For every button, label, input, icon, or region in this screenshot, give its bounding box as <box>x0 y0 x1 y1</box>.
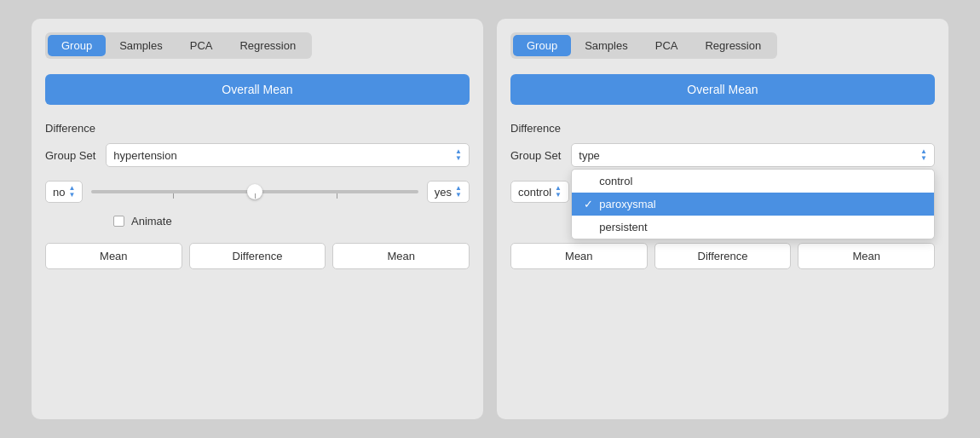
right-panel: Group Samples PCA Regression Overall Mea… <box>497 19 948 419</box>
checkmark-paroxysmal: ✓ <box>582 198 594 210</box>
dropdown-item-persistent-label: persistent <box>599 221 647 233</box>
left-spinner-value-right: control <box>518 186 551 199</box>
dropdown-item-paroxysmal-label: paroxysmal <box>599 198 655 210</box>
left-panel: Group Samples PCA Regression Overall Mea… <box>32 19 483 419</box>
right-spinner-left[interactable]: yes ▲ ▼ <box>427 181 470 203</box>
difference-button-left[interactable]: Difference <box>189 243 326 269</box>
animate-label-left: Animate <box>131 215 172 228</box>
group-set-label-left: Group Set <box>45 149 95 162</box>
panels-container: Group Samples PCA Regression Overall Mea… <box>14 2 966 436</box>
animate-checkbox-left[interactable] <box>113 216 124 227</box>
group-set-wrapper-right: type ▲ ▼ control ✓ paroxysmal <box>571 143 935 167</box>
group-set-row-left: Group Set hypertension ▲ ▼ <box>45 143 470 167</box>
left-spinner-right[interactable]: control ▲ ▼ <box>510 181 569 203</box>
left-spinner-arrows-right: ▲ ▼ <box>555 185 562 199</box>
group-set-arrows-right: ▲ ▼ <box>920 148 927 162</box>
animate-row-left: Animate <box>45 215 470 228</box>
group-set-row-right: Group Set type ▲ ▼ control ✓ <box>510 143 935 167</box>
tab-regression-right[interactable]: Regression <box>691 35 775 56</box>
difference-label-right: Difference <box>510 122 935 135</box>
tab-samples-right[interactable]: Samples <box>571 35 642 56</box>
left-spinner-arrows-left: ▲ ▼ <box>68 185 75 199</box>
left-spinner-value-left: no <box>53 186 65 199</box>
tab-samples-left[interactable]: Samples <box>106 35 176 56</box>
left-tabs: Group Samples PCA Regression <box>45 32 312 59</box>
slider-track-left[interactable] <box>91 190 418 193</box>
difference-button-right[interactable]: Difference <box>654 243 792 269</box>
tab-group-left[interactable]: Group <box>48 35 106 56</box>
group-set-label-right: Group Set <box>510 149 561 162</box>
overall-mean-button-right[interactable]: Overall Mean <box>510 74 935 105</box>
overall-mean-button-left[interactable]: Overall Mean <box>45 74 470 105</box>
mean-right-button-right[interactable]: Mean <box>798 243 935 269</box>
checkmark-persistent <box>582 221 594 233</box>
tab-group-right[interactable]: Group <box>513 35 571 56</box>
right-spinner-arrows-left: ▲ ▼ <box>455 185 462 199</box>
tab-regression-left[interactable]: Regression <box>226 35 309 56</box>
checkmark-control <box>582 175 594 187</box>
dropdown-item-control-label: control <box>599 175 632 187</box>
group-set-select-left[interactable]: hypertension ▲ ▼ <box>106 143 470 167</box>
left-spinner-left[interactable]: no ▲ ▼ <box>45 181 83 203</box>
dropdown-item-control[interactable]: control <box>572 170 934 193</box>
difference-label-left: Difference <box>45 122 470 135</box>
group-set-value-right: type <box>579 149 600 162</box>
bottom-buttons-left: Mean Difference Mean <box>45 243 470 269</box>
group-set-select-right[interactable]: type ▲ ▼ <box>571 143 935 167</box>
dropdown-item-persistent[interactable]: persistent <box>572 216 934 239</box>
slider-row-left: no ▲ ▼ yes ▲ ▼ <box>45 181 470 203</box>
type-dropdown[interactable]: control ✓ paroxysmal persistent <box>571 169 935 239</box>
mean-right-button-left[interactable]: Mean <box>332 243 470 269</box>
right-tabs: Group Samples PCA Regression <box>510 32 777 59</box>
bottom-buttons-right: Mean Difference Mean <box>510 243 935 269</box>
mean-left-button-left[interactable]: Mean <box>45 243 182 269</box>
dropdown-item-paroxysmal[interactable]: ✓ paroxysmal <box>572 193 934 216</box>
tab-pca-right[interactable]: PCA <box>642 35 692 56</box>
mean-left-button-right[interactable]: Mean <box>510 243 648 269</box>
group-set-arrows-left: ▲ ▼ <box>455 148 462 162</box>
group-set-value-left: hypertension <box>113 149 176 162</box>
right-spinner-value-left: yes <box>435 186 452 199</box>
tab-pca-left[interactable]: PCA <box>176 35 227 56</box>
